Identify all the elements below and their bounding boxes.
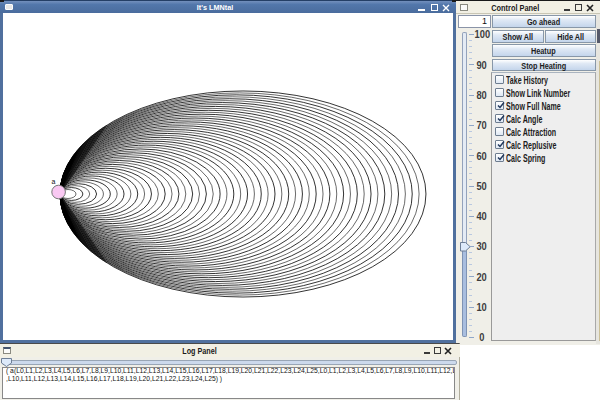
svg-text:a: a — [52, 178, 56, 185]
